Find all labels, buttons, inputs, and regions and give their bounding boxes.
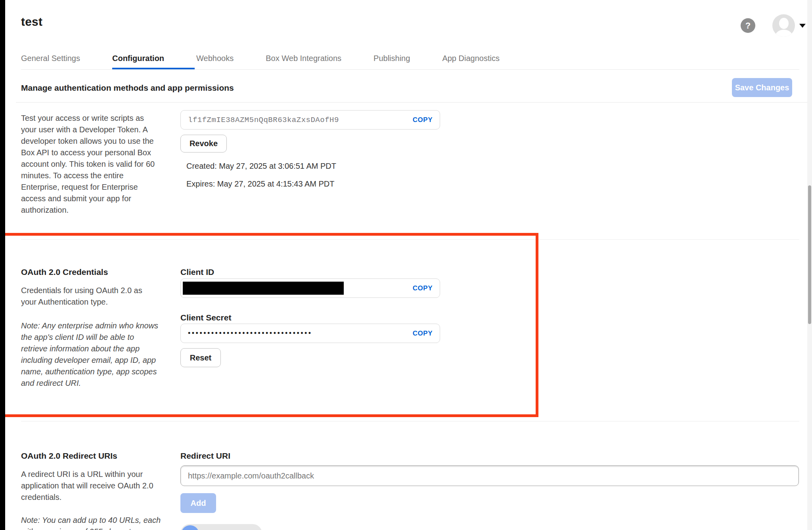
save-changes-button[interactable]: Save Changes xyxy=(732,78,792,97)
client-id-label: Client ID xyxy=(180,267,214,277)
page-title: test xyxy=(21,15,42,29)
token-expires-timestamp: Expires: May 27, 2025 at 4:15:43 AM PDT xyxy=(186,179,335,189)
tab-general-settings[interactable]: General Settings xyxy=(21,54,80,69)
app-config-page: test ? General Settings Configuration We… xyxy=(0,0,812,530)
chevron-down-icon[interactable] xyxy=(799,24,806,28)
help-icon[interactable]: ? xyxy=(741,18,755,33)
client-secret-field: •••••••••••••••••••••••••••••••• COPY xyxy=(180,324,440,343)
tab-app-diagnostics[interactable]: App Diagnostics xyxy=(442,54,500,69)
left-edge-bar xyxy=(0,0,5,530)
tab-box-web-integrations[interactable]: Box Web Integrations xyxy=(266,54,341,69)
token-created-timestamp: Created: May 27, 2025 at 3:06:51 AM PDT xyxy=(186,162,336,171)
avatar-head-shape xyxy=(779,18,789,29)
subheader-divider xyxy=(16,102,812,103)
copy-token-button[interactable]: COPY xyxy=(413,116,433,124)
redirect-uris-heading: OAuth 2.0 Redirect URIs xyxy=(21,451,117,461)
copy-client-id-button[interactable]: COPY xyxy=(413,284,433,292)
developer-token-value: lf1fZmIE38AZM5nQqBR63kaZxsDAofH9 xyxy=(188,116,339,124)
tabs-divider xyxy=(21,69,799,70)
avatar-shoulders-shape xyxy=(775,30,793,37)
client-id-field: COPY xyxy=(180,278,440,298)
section-subtitle: Manage authentication methods and app pe… xyxy=(21,83,234,93)
client-secret-label: Client Secret xyxy=(180,313,231,322)
redirect-uris-note: Note: You can add up to 40 URLs, each wi… xyxy=(21,515,166,530)
reset-button[interactable]: Reset xyxy=(180,348,221,367)
scrollbar-thumb[interactable] xyxy=(808,185,811,324)
section-divider xyxy=(21,239,799,240)
tab-configuration[interactable]: Configuration xyxy=(112,54,164,69)
oauth-credentials-description: Credentials for using OAuth 2.0 as your … xyxy=(21,285,159,308)
revoke-button[interactable]: Revoke xyxy=(180,135,227,153)
tab-bar: General Settings Configuration Webhooks … xyxy=(21,54,532,69)
redirect-uris-description: A redirect URI is a URL within your appl… xyxy=(21,469,164,503)
add-redirect-uri-button[interactable]: Add xyxy=(180,493,216,513)
oauth-credentials-heading: OAuth 2.0 Credentials xyxy=(21,267,108,277)
section-divider xyxy=(21,421,799,421)
copy-client-secret-button[interactable]: COPY xyxy=(413,330,433,337)
developer-token-field: lf1fZmIE38AZM5nQqBR63kaZxsDAofH9 COPY xyxy=(180,110,440,130)
redirect-uri-label: Redirect URI xyxy=(180,451,230,461)
redacted-client-id-value xyxy=(183,282,344,295)
tab-webhooks[interactable]: Webhooks xyxy=(196,54,234,69)
redirect-uri-input[interactable] xyxy=(180,465,799,486)
avatar[interactable] xyxy=(772,14,795,37)
client-secret-value: •••••••••••••••••••••••••••••••• xyxy=(188,329,312,337)
developer-token-description: Test your access or write scripts as you… xyxy=(21,112,159,216)
oauth-credentials-note: Note: Any enterprise admin who knows the… xyxy=(21,320,162,389)
tab-publishing[interactable]: Publishing xyxy=(373,54,410,69)
